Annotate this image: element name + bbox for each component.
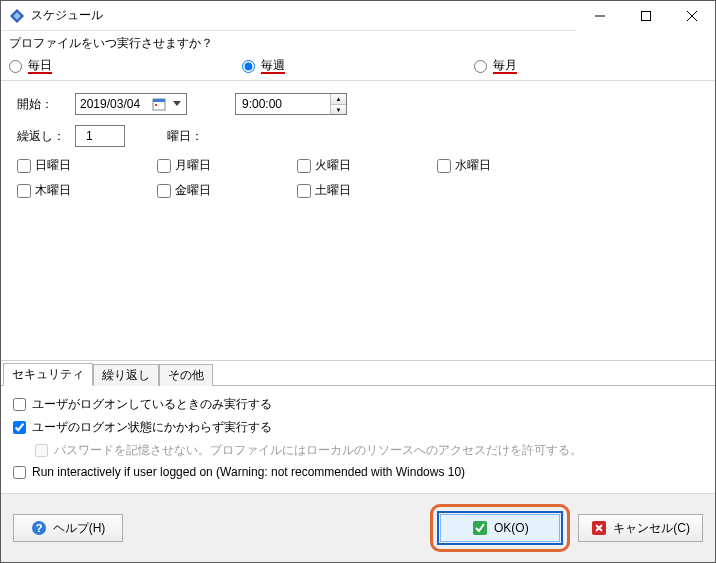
cancel-icon	[591, 520, 607, 536]
start-time-value: 9:00:00	[242, 97, 282, 111]
cancel-button-label: キャンセル(C)	[613, 520, 690, 537]
svg-rect-8	[155, 104, 157, 106]
tab-repeat[interactable]: 繰り返し	[93, 364, 159, 386]
start-label: 開始：	[17, 96, 67, 113]
day-tue[interactable]: 火曜日	[297, 157, 437, 174]
opt-regardless[interactable]: ユーザのログオン状態にかかわらず実行する	[13, 419, 703, 436]
dow-label: 曜日：	[167, 128, 203, 145]
svg-rect-3	[642, 11, 651, 20]
main-area: 開始： 2019/03/04 9:00:00 ▲	[1, 81, 715, 360]
opt-only-logged-on[interactable]: ユーザがログオンしているときのみ実行する	[13, 396, 703, 413]
repeat-count-input[interactable]: 1	[75, 125, 125, 147]
ok-button-label: OK(O)	[494, 521, 529, 535]
help-button[interactable]: ? ヘルプ(H)	[13, 514, 123, 542]
opt-interactive[interactable]: Run interactively if user logged on (War…	[13, 465, 703, 479]
svg-rect-7	[153, 99, 165, 102]
day-wed[interactable]: 水曜日	[437, 157, 577, 174]
ok-button[interactable]: OK(O)	[440, 514, 560, 542]
app-icon	[9, 8, 25, 24]
maximize-button[interactable]	[623, 1, 669, 31]
titlebar: スケジュール	[1, 1, 715, 31]
frequency-daily[interactable]: 毎日	[9, 58, 242, 74]
minimize-button[interactable]	[577, 1, 623, 31]
spin-down-icon[interactable]: ▼	[331, 104, 346, 115]
spin-up-icon[interactable]: ▲	[331, 94, 346, 104]
ok-highlight: OK(O)	[430, 504, 570, 552]
help-icon: ?	[31, 520, 47, 536]
days-of-week: 日曜日 月曜日 火曜日 水曜日 木曜日 金曜日 土曜日	[17, 157, 699, 199]
day-mon[interactable]: 月曜日	[157, 157, 297, 174]
frequency-monthly[interactable]: 毎月	[474, 58, 707, 74]
ok-focus-ring: OK(O)	[437, 511, 563, 545]
close-button[interactable]	[669, 1, 715, 31]
cancel-button[interactable]: キャンセル(C)	[578, 514, 703, 542]
repeat-row: 繰返し： 1 曜日：	[17, 125, 699, 147]
schedule-dialog: スケジュール プロファイルをいつ実行させますか？ 毎日 毎週 毎月 開始：	[0, 0, 716, 563]
start-date-value: 2019/03/04	[80, 97, 140, 111]
day-fri[interactable]: 金曜日	[157, 182, 297, 199]
day-thu[interactable]: 木曜日	[17, 182, 157, 199]
repeat-label: 繰返し：	[17, 128, 67, 145]
svg-marker-9	[173, 101, 181, 106]
tab-security[interactable]: セキュリティ	[3, 363, 93, 386]
calendar-icon	[152, 97, 166, 111]
schedule-prompt: プロファイルをいつ実行させますか？	[1, 31, 715, 54]
frequency-row: 毎日 毎週 毎月	[1, 54, 715, 81]
frequency-weekly-label: 毎週	[261, 58, 285, 74]
svg-text:?: ?	[35, 522, 42, 534]
start-date-picker[interactable]: 2019/03/04	[75, 93, 187, 115]
tab-other[interactable]: その他	[159, 364, 213, 386]
tabstrip: セキュリティ 繰り返し その他	[1, 361, 715, 385]
button-bar: ? ヘルプ(H) OK(O) キャンセル(C)	[1, 493, 715, 562]
day-sun[interactable]: 日曜日	[17, 157, 157, 174]
opt-no-save-password: パスワードを記憶させない。プロファイルにはローカルのリソースへのアクセスだけを許…	[35, 442, 703, 459]
window-title: スケジュール	[31, 7, 103, 24]
frequency-monthly-label: 毎月	[493, 58, 517, 74]
tabs-area: セキュリティ 繰り返し その他 ユーザがログオンしているときのみ実行する ユーザ…	[1, 360, 715, 493]
tab-body-security: ユーザがログオンしているときのみ実行する ユーザのログオン状態にかかわらず実行す…	[1, 385, 715, 493]
start-time-picker[interactable]: 9:00:00 ▲ ▼	[235, 93, 347, 115]
frequency-weekly[interactable]: 毎週	[242, 58, 475, 74]
time-spinner[interactable]: ▲ ▼	[330, 94, 346, 114]
start-row: 開始： 2019/03/04 9:00:00 ▲	[17, 93, 699, 115]
chevron-down-icon	[170, 97, 184, 111]
repeat-count-value: 1	[86, 129, 93, 143]
day-sat[interactable]: 土曜日	[297, 182, 437, 199]
frequency-daily-label: 毎日	[28, 58, 52, 74]
check-icon	[472, 520, 488, 536]
help-button-label: ヘルプ(H)	[53, 520, 106, 537]
